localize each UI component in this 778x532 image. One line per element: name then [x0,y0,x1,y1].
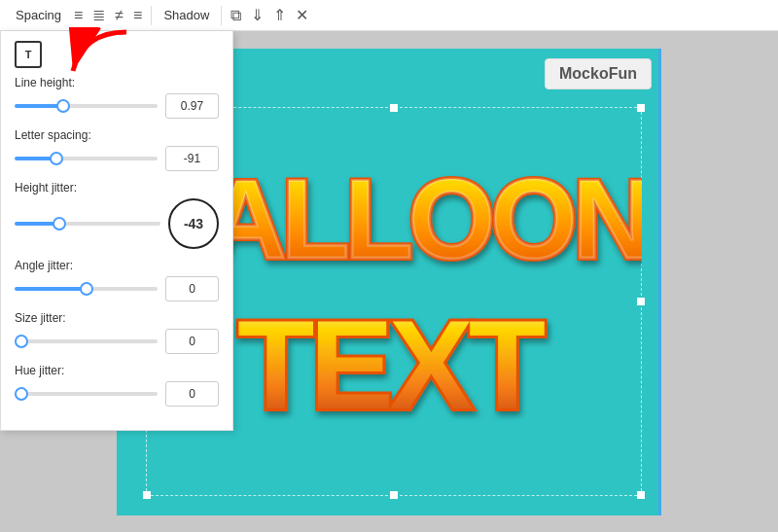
size-jitter-control [15,329,219,354]
hue-jitter-input[interactable] [165,381,219,407]
spacing-panel: T Line height: Letter spacing: Height ji… [0,31,233,431]
toolbar: Spacing ≡ ≣ ≠ ≡ Shadow ⧉ ⇓ ⇑ ✕ [0,0,778,31]
divider-2 [221,6,222,25]
angle-jitter-control [15,276,219,301]
letter-spacing-field: Letter spacing: [15,128,219,171]
height-jitter-field: Height jitter: -43 [15,181,219,249]
move-up-icon[interactable]: ⇑ [268,2,291,28]
size-jitter-input[interactable] [165,329,219,354]
text-icon: T [15,41,42,68]
angle-jitter-slider[interactable] [15,287,158,291]
angle-jitter-input[interactable] [165,276,219,301]
align-right-icon[interactable]: ≠ [110,3,128,28]
line-height-slider[interactable] [15,104,158,108]
letter-spacing-input[interactable] [165,146,219,171]
text-icon-label: T [25,49,32,60]
height-jitter-circle-input[interactable]: -43 [168,198,219,249]
height-jitter-value: -43 [184,216,203,231]
angle-jitter-label: Angle jitter: [15,259,219,272]
close-icon[interactable]: ✕ [291,2,313,28]
size-jitter-label: Size jitter: [15,311,219,325]
letter-spacing-label: Letter spacing: [15,128,219,142]
spacing-label: Spacing [16,8,61,22]
line-height-label: Line height: [15,76,219,89]
layers-icon[interactable]: ⧉ [226,3,246,28]
right-edge-indicator [658,49,661,515]
height-jitter-slider[interactable] [15,222,160,226]
panel-icon-row: T [15,41,219,68]
height-jitter-label: Height jitter: [15,181,219,195]
line-height-field: Line height: [15,76,219,119]
spacing-menu[interactable]: Spacing [8,4,69,26]
logo: MockoFun [545,58,652,89]
align-justify-icon[interactable]: ≡ [128,3,147,28]
hue-jitter-slider[interactable] [15,392,158,396]
align-center-icon[interactable]: ≣ [88,2,110,28]
svg-text:TEXT: TEXT [237,294,546,436]
hue-jitter-label: Hue jitter: [15,364,219,377]
line-height-control [15,93,219,119]
angle-jitter-field: Angle jitter: [15,259,219,301]
shadow-menu[interactable]: Shadow [156,4,217,26]
move-down-icon[interactable]: ⇓ [246,2,268,28]
size-jitter-slider[interactable] [15,339,158,343]
hue-jitter-field: Hue jitter: [15,364,219,407]
height-jitter-control: -43 [15,198,219,249]
logo-text: MockoFun [559,65,637,82]
letter-spacing-slider[interactable] [15,157,158,160]
shadow-label: Shadow [163,8,209,22]
divider-1 [151,6,152,25]
letter-spacing-control [15,146,219,171]
align-left-icon[interactable]: ≡ [69,3,88,28]
hue-jitter-control [15,381,219,407]
size-jitter-field: Size jitter: [15,311,219,354]
line-height-input[interactable] [165,93,219,119]
